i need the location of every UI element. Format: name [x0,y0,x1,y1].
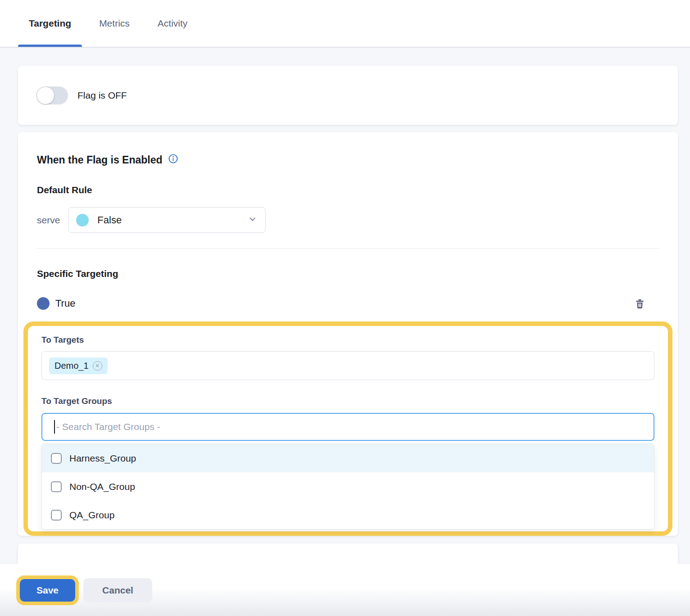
true-variation-dot [37,297,50,310]
flag-state-label: Flag is OFF [77,90,127,101]
targeting-content: Flag is OFF When the Flag is Enabled Def… [0,48,690,536]
checkbox-harness-group[interactable] [51,453,62,464]
remove-target-icon[interactable]: × [93,361,102,371]
tab-targeting[interactable]: Targeting [29,0,71,47]
checkbox-qa-group[interactable] [51,510,62,521]
specific-targeting-title: Specific Targeting [37,268,659,279]
enabled-section-heading: When the Flag is Enabled [37,154,659,167]
tab-bar: Targeting Metrics Activity [0,0,690,48]
cancel-button[interactable]: Cancel [83,578,152,602]
delete-rule-button[interactable] [634,298,645,309]
serve-label: serve [37,215,60,226]
save-highlight-ring: Save [16,575,79,605]
text-cursor [54,420,55,434]
info-icon[interactable] [168,154,178,167]
false-variation-dot [76,214,89,226]
option-label: Non-QA_Group [69,481,135,492]
option-label: QA_Group [69,510,114,521]
checkbox-non-qa-group[interactable] [51,481,62,492]
true-variation-row: True [37,297,659,310]
toggle-knob [36,86,54,104]
flag-toggle[interactable] [36,86,68,104]
rules-card: When the Flag is Enabled Default Rule se… [18,132,678,536]
tab-metrics[interactable]: Metrics [99,0,130,47]
targeting-highlight-box: To Targets Demo_1 × To Target Groups Har… [23,322,672,536]
targets-input[interactable]: Demo_1 × [41,351,654,380]
to-target-groups-label: To Target Groups [41,396,654,406]
true-variation-label: True [55,298,75,309]
default-rule-serve-row: serve False [37,207,659,233]
to-targets-label: To Targets [41,335,654,345]
target-groups-search-input[interactable] [56,421,646,432]
footer-button-row: Save Cancel [16,575,152,605]
option-non-qa-group[interactable]: Non-QA_Group [42,472,654,501]
option-qa-group[interactable]: QA_Group [42,501,654,529]
enabled-heading-text: When the Flag is Enabled [37,154,163,166]
tab-activity[interactable]: Activity [158,0,188,47]
target-chip: Demo_1 × [49,358,108,374]
target-groups-search-box[interactable] [41,413,654,441]
target-chip-label: Demo_1 [54,361,89,371]
target-group-options-list: Harness_Group Non-QA_Group QA_Group [41,444,654,530]
option-harness-group[interactable]: Harness_Group [42,444,654,472]
flag-state-card: Flag is OFF [18,66,678,125]
save-button[interactable]: Save [20,579,75,602]
chevron-down-icon [248,214,257,226]
default-variation-select[interactable]: False [68,207,266,233]
section-divider [37,248,659,249]
default-rule-title: Default Rule [37,185,659,195]
default-variation-value: False [97,214,122,226]
option-label: Harness_Group [69,453,136,464]
